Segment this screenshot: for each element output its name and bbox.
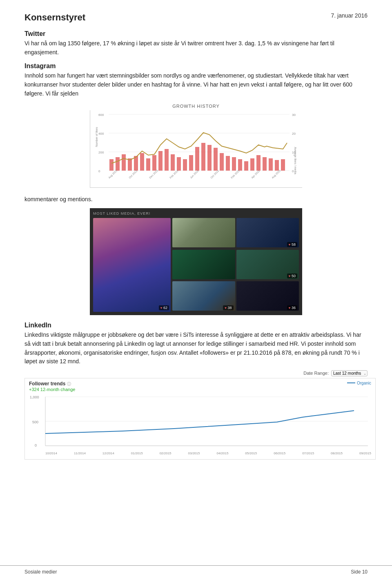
- ml-image-5: ♥ 38: [172, 281, 235, 312]
- instagram-heading: Instagram: [24, 62, 368, 70]
- svg-rect-24: [171, 154, 175, 171]
- follower-title: Follower trends ⓘ: [29, 381, 75, 387]
- instagram-body1: Innhold som har fungert har vært stemnin…: [24, 71, 368, 98]
- ml-image-3: [172, 250, 235, 280]
- legend-line: [347, 382, 355, 383]
- svg-rect-32: [220, 153, 224, 171]
- follower-chart-container: Follower trends ⓘ +324 12-month change O…: [24, 378, 376, 460]
- svg-rect-34: [232, 157, 236, 171]
- linkedin-body: LinkedIns viktigste målgruppe er jobbsøk…: [24, 331, 368, 366]
- svg-rect-19: [140, 153, 144, 171]
- follower-chart-left: Follower trends ⓘ +324 12-month change: [29, 381, 75, 392]
- svg-rect-30: [207, 145, 212, 171]
- svg-rect-29: [201, 143, 205, 171]
- svg-rect-16: [122, 154, 126, 171]
- growth-chart-svg: 600 400 200 0 30 20 10 0 Average likes /…: [90, 110, 302, 188]
- svg-rect-42: [281, 159, 285, 171]
- svg-rect-37: [250, 158, 254, 171]
- svg-rect-35: [238, 159, 242, 171]
- svg-text:500: 500: [32, 420, 38, 424]
- page-header: Konsernstyret 7. januar 2016: [24, 12, 368, 23]
- growth-chart-title: GROWTH HISTORY: [90, 104, 302, 109]
- x-axis-labels: 10/2014 11/2014 12/2014 01/2015 02/2015 …: [45, 451, 371, 455]
- instagram-body2: kommentarer og mentions.: [24, 195, 368, 204]
- svg-text:0: 0: [98, 169, 100, 173]
- ml-badge-5: ♥ 38: [223, 305, 233, 310]
- svg-rect-40: [269, 158, 273, 171]
- footer-right: Side 10: [351, 569, 368, 575]
- ml-image-1: [172, 218, 235, 249]
- svg-rect-21: [152, 155, 156, 171]
- ml-grid-images: ♥ 58 ♥ 50 ♥ 38: [172, 218, 299, 312]
- svg-text:Number of likes: Number of likes: [95, 127, 98, 147]
- most-liked-title: MOST LIKED MEDIA, EVER!: [93, 211, 299, 216]
- svg-rect-26: [183, 159, 187, 171]
- svg-rect-39: [263, 157, 267, 171]
- date-range-select[interactable]: Last 12 months: [331, 370, 368, 376]
- follower-chart-svg: 1,000 500 0: [29, 393, 372, 450]
- svg-rect-25: [177, 157, 181, 171]
- svg-text:30: 30: [292, 113, 296, 117]
- twitter-heading: Twitter: [24, 30, 368, 38]
- ml-main-photo: [93, 218, 171, 312]
- svg-rect-15: [116, 157, 120, 171]
- twitter-body: Vi har nå om lag 1350 følgere, 17 % økni…: [24, 39, 368, 57]
- ml-main-badge: ♥ 62: [159, 305, 169, 310]
- svg-rect-20: [146, 158, 150, 171]
- ml-badge-4: ♥ 50: [287, 273, 297, 278]
- svg-rect-27: [189, 155, 193, 171]
- svg-text:200: 200: [98, 151, 104, 154]
- svg-text:1,000: 1,000: [30, 395, 39, 399]
- date-range-label: Date Range:: [303, 371, 329, 376]
- ml-badge-6: ♥ 36: [287, 305, 297, 310]
- svg-rect-23: [165, 149, 169, 171]
- date-range-wrapper[interactable]: Last 12 months: [331, 370, 368, 376]
- page-date: 7. januar 2016: [331, 12, 368, 19]
- svg-rect-33: [226, 156, 230, 171]
- most-liked-container: MOST LIKED MEDIA, EVER! ♥ 62 ♥ 58: [90, 208, 302, 315]
- ml-main-image: ♥ 62: [93, 218, 171, 312]
- follower-change: +324 12-month change: [29, 387, 75, 392]
- page-footer: Sosiale medier Side 10: [0, 565, 392, 578]
- svg-text:Apr 2015: Apr 2015: [251, 169, 261, 180]
- ml-image-4: ♥ 50: [236, 250, 299, 280]
- svg-rect-22: [158, 151, 163, 171]
- svg-text:0: 0: [35, 443, 37, 447]
- ml-image-6: ♥ 36: [236, 281, 299, 312]
- footer-left: Sosiale medier: [24, 569, 57, 575]
- follower-chart-header: Follower trends ⓘ +324 12-month change O…: [25, 378, 375, 393]
- linkedin-heading: LinkedIn: [24, 322, 368, 329]
- page-title: Konsernstyret: [24, 12, 85, 23]
- follower-legend: Organic: [347, 381, 371, 385]
- svg-rect-38: [256, 155, 261, 171]
- date-range-bar: Date Range: Last 12 months: [24, 370, 368, 376]
- svg-rect-14: [109, 159, 114, 171]
- svg-rect-41: [275, 160, 279, 171]
- svg-text:0: 0: [292, 169, 294, 173]
- svg-text:Average likes / media: Average likes / media: [294, 147, 297, 174]
- ml-badge-2: ♥ 58: [287, 242, 297, 247]
- svg-rect-28: [195, 147, 199, 171]
- svg-rect-31: [214, 148, 218, 171]
- ml-image-2: ♥ 58: [236, 218, 299, 249]
- most-liked-grid: ♥ 62 ♥ 58 ♥ 50: [93, 218, 299, 312]
- svg-rect-36: [244, 161, 248, 171]
- svg-text:400: 400: [98, 132, 104, 136]
- svg-text:600: 600: [98, 113, 104, 117]
- linkedin-section: LinkedIn LinkedIns viktigste målgruppe e…: [24, 322, 368, 460]
- svg-text:20: 20: [292, 132, 296, 136]
- growth-chart-container: GROWTH HISTORY 600 400 200 0 30 20 10 0 …: [90, 104, 302, 189]
